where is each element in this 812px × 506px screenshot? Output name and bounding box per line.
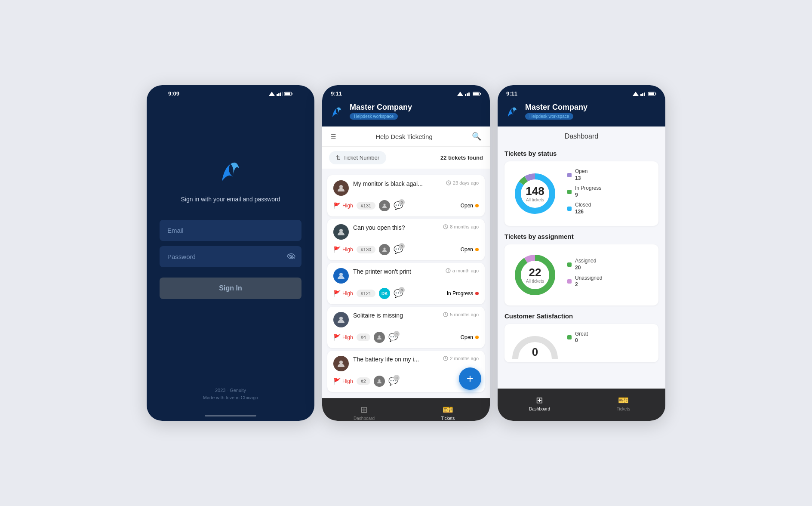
chart-card-status: 148 All tickets Open13 In Progress9 Clos… (504, 161, 658, 226)
svg-rect-34 (644, 93, 645, 96)
svg-point-25 (339, 317, 343, 320)
login-screen: 9:09 Sign i (147, 85, 314, 421)
ticket-time: 8 months ago (443, 224, 479, 229)
login-tagline: Sign in with your email and password (181, 196, 280, 203)
assignee-avatar-default (379, 200, 390, 211)
legend-dot (567, 190, 572, 194)
dashboard-screen: 9:11 (498, 85, 665, 421)
signin-button[interactable]: Sign In (160, 278, 301, 299)
svg-rect-2 (278, 93, 280, 96)
priority-flag: 🚩 High (333, 202, 353, 209)
status-icons-2 (457, 92, 481, 96)
ticket-card[interactable]: My monitor is black agai... 23 days ago … (327, 175, 485, 216)
svg-point-27 (378, 336, 380, 338)
nav-dashboard-tickets[interactable]: ⊞ Dashboard (322, 402, 406, 421)
priority-label: High (342, 203, 353, 209)
svg-point-23 (339, 273, 343, 276)
ticket-number-filter[interactable]: ⇅ Ticket Number (329, 151, 386, 164)
flag-icon: 🚩 (333, 246, 341, 253)
bottom-nav-dashboard: ⊞ Dashboard 🎫 Tickets (498, 389, 665, 421)
chat-badge: 💬 0 (388, 333, 398, 342)
nav-tickets-tickets[interactable]: 🎫 Tickets (406, 402, 490, 421)
svg-point-17 (339, 185, 343, 188)
header-content-dashboard: Master Company Helpdesk workspace (498, 99, 665, 121)
svg-rect-33 (642, 93, 643, 96)
filter-sort-btn[interactable]: ☰ (331, 133, 336, 140)
add-ticket-fab[interactable]: + (459, 367, 481, 390)
ticket-number-badge: #121 (357, 290, 375, 297)
status-bar-1: 9:09 (160, 85, 301, 99)
chat-count: 0 (399, 243, 405, 249)
dashboard-content: Tickets by status 148 A (498, 143, 665, 389)
ticket-number-badge: #130 (357, 246, 375, 253)
priority-label: High (342, 334, 353, 340)
header-text-dashboard: Master Company Helpdesk workspace (525, 103, 587, 120)
ticket-time: 23 days ago (446, 180, 479, 185)
svg-rect-12 (467, 93, 468, 96)
ticket-number-badge: #4 (357, 333, 370, 341)
legend-dot (567, 279, 572, 284)
password-wrapper (160, 246, 301, 267)
ticket-card[interactable]: Can you open this? 8 months ago 🚩 High #… (327, 219, 485, 260)
legend-item: Open13 (567, 168, 652, 182)
half-donut-satisfaction: 0 (511, 331, 559, 359)
ticket-card[interactable]: The printer won't print a month ago 🚩 Hi… (327, 263, 485, 304)
ticket-title: My monitor is black agai... (353, 180, 446, 187)
nav-tickets-dash[interactable]: 🎫 Tickets (581, 392, 665, 414)
svg-rect-15 (480, 93, 481, 95)
ticket-meta: 🚩 High #2 💬 0 Open (333, 376, 479, 387)
ticket-title: Can you open this? (353, 224, 443, 231)
ticket-title-row: The printer won't print a month ago (353, 268, 479, 275)
phone-login: 9:09 Sign i (147, 85, 314, 421)
header-content-tickets: Master Company Helpdesk workspace (322, 99, 490, 121)
phone-dashboard: 9:11 (498, 85, 665, 421)
status-label: Open (461, 334, 473, 340)
status-dot (475, 204, 479, 207)
password-field[interactable] (160, 246, 301, 267)
ticket-top: Solitaire is missing 5 months ago (333, 312, 479, 327)
ticket-meta: 🚩 High #130 💬 0 Open (333, 244, 479, 255)
status-icons-3 (633, 92, 657, 96)
legend-text: Unassigned2 (575, 275, 602, 288)
nav-dashboard-dash[interactable]: ⊞ Dashboard (498, 392, 581, 414)
flag-icon: 🚩 (333, 334, 341, 341)
email-field[interactable] (160, 220, 301, 241)
home-indicator-1 (205, 415, 256, 417)
section-title-assignment: Tickets by assignment (504, 233, 658, 240)
status-label: Open (461, 247, 473, 253)
ticket-avatar (333, 312, 349, 327)
chat-badge: 💬 0 (394, 289, 403, 298)
phone-tickets: 9:11 (322, 85, 490, 421)
svg-rect-36 (655, 93, 656, 95)
workspace-badge-3: Helpdesk workspace (525, 113, 573, 120)
legend-dot (567, 173, 572, 177)
ticket-card[interactable]: Solitaire is missing 5 months ago 🚩 High… (327, 307, 485, 348)
section-title-satisfaction: Customer Satisfaction (504, 312, 658, 320)
ticket-avatar (333, 356, 349, 371)
svg-rect-4 (282, 92, 283, 96)
sub-header-tickets: ☰ Help Desk Ticketing 🔍 (322, 126, 490, 147)
time-3: 9:11 (506, 90, 517, 97)
ticket-status: Open (461, 247, 479, 253)
dashboard-title: Dashboard (498, 126, 665, 143)
filter-label: Ticket Number (343, 154, 379, 161)
svg-point-20 (339, 229, 343, 232)
status-label: In Progress (447, 290, 473, 296)
donut-center-status: 148 All tickets (526, 185, 544, 202)
ticket-status: Open (461, 203, 479, 209)
chat-badge: 💬 0 (388, 376, 398, 386)
donut-status: 148 All tickets (511, 170, 559, 217)
login-logo (218, 155, 243, 187)
ticket-title-row: Can you open this? 8 months ago (353, 224, 479, 231)
priority-label: High (342, 247, 353, 253)
priority-flag: 🚩 High (333, 334, 353, 341)
app-logo-tickets (329, 104, 344, 119)
svg-rect-32 (640, 94, 642, 96)
ticket-time: 5 months ago (443, 312, 479, 317)
svg-point-44 (515, 339, 555, 379)
filter-icon-2: ⇅ (336, 154, 341, 161)
company-name-2: Master Company (350, 103, 412, 112)
eye-icon[interactable] (287, 252, 295, 261)
assignee-avatar-default (374, 332, 385, 343)
search-icon-tickets[interactable]: 🔍 (472, 132, 481, 141)
